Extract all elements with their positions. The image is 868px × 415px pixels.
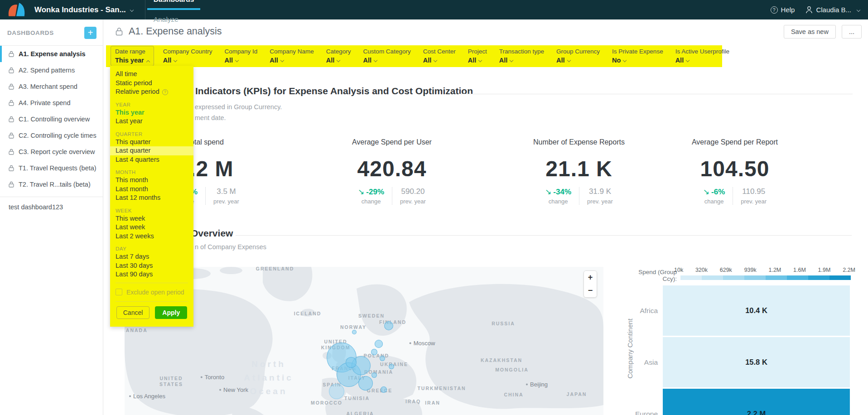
kpi-change-percent: ↘-6% [703, 187, 725, 197]
date-option[interactable]: Last quarter [110, 146, 193, 155]
filter-cost-center[interactable]: Cost CenterAll [423, 48, 456, 64]
chart-row: Asia15.8 K [625, 337, 850, 387]
filter-label: Custom Category [363, 48, 411, 56]
kpi-change: ↘-34%change31.9 Kprev. year [545, 187, 613, 205]
filter-category[interactable]: CategoryAll [326, 48, 351, 64]
sidebar-item[interactable]: T2. Travel R...tails (beta) [0, 176, 103, 193]
help-icon[interactable]: ? [162, 89, 168, 95]
dropdown-divider [116, 283, 188, 283]
date-option[interactable]: Last year [110, 117, 193, 126]
chevron-down-icon [686, 58, 690, 62]
legend-tick: 10k [674, 267, 683, 273]
date-option[interactable]: Last 30 days [110, 261, 193, 270]
add-dashboard-button[interactable]: + [84, 27, 96, 39]
section-divider [236, 235, 852, 236]
date-option[interactable]: All time [110, 70, 193, 79]
company-name: Wonka Industries - San... [34, 5, 126, 14]
legend-color-scale [680, 275, 851, 280]
map-country-label: GREENLAND [256, 267, 294, 272]
sidebar-item[interactable]: A3. Merchant spend [0, 78, 103, 95]
chart-bar: 15.8 K [663, 337, 850, 387]
date-option[interactable]: Last week [110, 223, 193, 232]
help-button[interactable]: ? Help [771, 6, 795, 14]
map-country-label: UNITED STATES [159, 376, 183, 387]
filter-company-id[interactable]: Company IdAll [224, 48, 257, 64]
kpi-change-label: change [358, 198, 384, 205]
chevron-up-icon [146, 60, 149, 64]
filter-transaction-type[interactable]: Transaction typeAll [499, 48, 544, 64]
chevron-down-icon [374, 58, 377, 62]
sidebar-item-test-dashboard[interactable]: test dashboard123 [0, 199, 103, 215]
chart-row-label: Africa [625, 307, 661, 315]
dropdown-divider [116, 301, 188, 302]
kpi-prev-label: prev. year [587, 198, 613, 205]
sidebar-item[interactable]: A1. Expense analysis [0, 46, 103, 62]
map-city-label: Moscow [410, 340, 435, 347]
filter-is-active-userprofile[interactable]: Is Active UserprofileAll [675, 48, 729, 64]
filter-company-country[interactable]: Company CountryAll [163, 48, 212, 64]
map-country-label: MONGOLIA [495, 367, 529, 373]
date-option[interactable]: Relative period? [110, 87, 193, 97]
expense-bubble [389, 364, 394, 369]
date-option[interactable]: Last 2 weeks [110, 232, 193, 241]
more-options-button[interactable]: ... [842, 25, 862, 39]
filter-value: All [468, 57, 487, 64]
lock-icon [9, 83, 14, 90]
date-option[interactable]: This year [110, 108, 193, 117]
filter-value: No [612, 57, 663, 64]
date-option[interactable]: Last 7 days [110, 252, 193, 261]
sidebar-item[interactable]: A2. Spend patterns [0, 62, 103, 78]
date-option[interactable]: Last 90 days [110, 270, 193, 279]
company-selector[interactable]: Wonka Industries - San... [34, 5, 133, 14]
zoom-out-button[interactable]: − [584, 284, 597, 297]
sidebar-item-label: test dashboard123 [9, 203, 63, 211]
tab-dashboards[interactable]: Dashboards [147, 0, 201, 10]
legend-ticks: 10k320k629k939k1.2M1.6M1.9M2.2M [674, 267, 855, 273]
zoom-in-button[interactable]: + [584, 271, 597, 284]
kpi-prev-value: 110.95 [741, 187, 767, 197]
sidebar-item[interactable]: C3. Report cycle overview [0, 144, 103, 160]
expense-world-map[interactable]: North Atlantic Ocean GREENLANDICELANDSWE… [125, 267, 603, 415]
cancel-button[interactable]: Cancel [116, 306, 150, 319]
filter-date-range[interactable]: Date rangeThis year [111, 46, 154, 66]
date-option[interactable]: Last month [110, 185, 193, 194]
chevron-down-icon [434, 58, 437, 62]
filter-company-name[interactable]: Company NameAll [270, 48, 314, 64]
sidebar-item-label: A4. Private spend [19, 99, 70, 106]
filter-project[interactable]: ProjectAll [468, 48, 487, 64]
map-zoom-controls: + − [583, 270, 597, 298]
sidebar-item-label: T1. Travel Requests (beta) [19, 164, 96, 172]
sidebar-item[interactable]: C1. Controlling overview [0, 111, 103, 127]
filter-value: All [270, 57, 314, 64]
chevron-down-icon [478, 58, 482, 62]
kpi-section-subtitle-2: ment date. [195, 114, 226, 121]
map-city-label: Toronto [201, 374, 224, 381]
date-option[interactable]: Static period [110, 79, 193, 88]
tab-analyze[interactable]: Analyze [147, 10, 201, 29]
date-option[interactable]: This week [110, 214, 193, 223]
sidebar-item-label: C2. Controlling cycle times [19, 132, 96, 139]
date-option[interactable]: This month [110, 176, 193, 185]
sidebar-item[interactable]: C2. Controlling cycle times [0, 127, 103, 144]
filter-label: Group Currency [556, 48, 600, 56]
user-menu[interactable]: Claudia B... [805, 6, 860, 14]
date-option[interactable]: Last 4 quarters [110, 155, 193, 164]
exclude-open-period-option[interactable]: Exclude open period [110, 287, 193, 298]
sidebar-item[interactable]: A4. Private spend [0, 95, 103, 111]
apply-button[interactable]: Apply [155, 306, 187, 319]
chart-bar: 2.2 M [663, 389, 850, 415]
kpi-change-percent: ↘-34% [545, 187, 571, 197]
filter-label: Category [326, 48, 351, 56]
checkbox-icon[interactable] [116, 289, 122, 295]
date-option[interactable]: This quarter [110, 138, 193, 147]
sidebar-item[interactable]: T1. Travel Requests (beta) [0, 160, 103, 176]
date-option[interactable]: Last 12 months [110, 193, 193, 203]
filter-is-private-expense[interactable]: Is Private ExpenseNo [612, 48, 663, 64]
expense-bubble [375, 340, 383, 348]
filter-custom-category[interactable]: Custom CategoryAll [363, 48, 411, 64]
legend-swatch [680, 275, 702, 280]
save-as-new-button[interactable]: Save as new [784, 25, 836, 39]
filter-group-currency[interactable]: Group CurrencyAll [556, 48, 600, 64]
chevron-down-icon [235, 58, 239, 62]
expense-bubble [346, 357, 357, 368]
